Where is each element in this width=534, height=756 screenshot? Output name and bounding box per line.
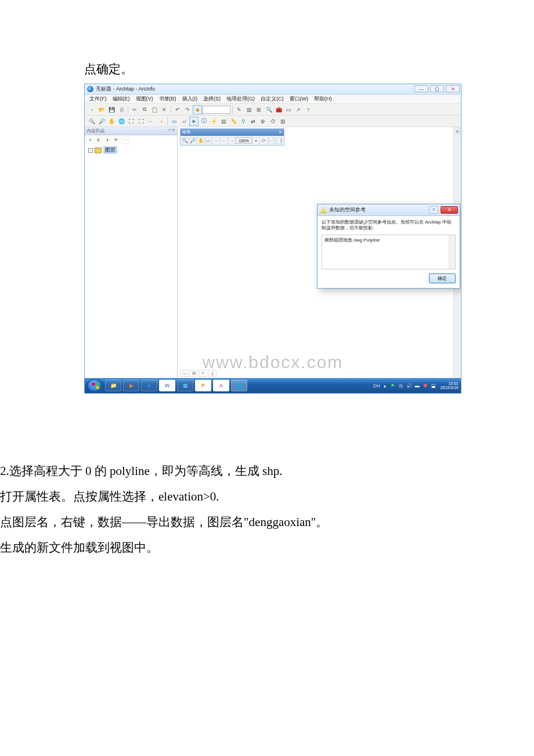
editor-toolbar-icon[interactable]: ✎ xyxy=(234,105,244,114)
fixed-zoom-out-icon[interactable]: ⛶ xyxy=(136,117,146,126)
cut-icon[interactable]: ✂ xyxy=(130,105,139,114)
ime-indicator[interactable]: CH xyxy=(374,383,380,388)
measure-icon[interactable]: 📏 xyxy=(229,117,238,126)
layout-dd-icon[interactable]: 📄 xyxy=(268,137,275,145)
fixed-zoom-in-icon[interactable]: ⛶ xyxy=(127,117,136,126)
redo-icon[interactable]: ↷ xyxy=(183,105,192,114)
layout-refresh-icon[interactable]: ⟳ xyxy=(260,137,267,145)
create-viewer-icon[interactable]: ▥ xyxy=(278,117,287,126)
taskbar-clock[interactable]: 15:01 2015/3/16 xyxy=(441,381,459,390)
layout-forward-icon[interactable]: → xyxy=(228,137,235,145)
list-by-selection-icon[interactable]: ◩ xyxy=(113,136,120,144)
pause-drawing-icon[interactable]: ‖ xyxy=(208,370,217,377)
dialog-help-button[interactable]: ? xyxy=(429,206,438,214)
list-scrollbar[interactable] xyxy=(449,235,455,269)
list-by-drawing-icon[interactable]: ⧉ xyxy=(86,136,94,144)
layout-zoom-field[interactable]: 100% xyxy=(236,137,252,144)
menu-customize[interactable]: 自定义(C) xyxy=(258,95,286,103)
table-icon[interactable]: ▤ xyxy=(244,105,254,114)
clear-selection-icon[interactable]: ▱ xyxy=(179,117,189,126)
python-icon[interactable]: ▭ xyxy=(284,105,293,114)
toc-pin-icon[interactable]: ⊣ ✕ xyxy=(167,128,175,134)
toolbox-icon[interactable]: 🧰 xyxy=(274,105,283,114)
tray-shield-icon[interactable]: ⛊ xyxy=(423,383,428,388)
back-icon[interactable]: ← xyxy=(146,117,156,126)
refresh-view-icon[interactable]: ⟳ xyxy=(199,370,207,377)
taskbar-app-icon[interactable]: ▦ xyxy=(177,380,193,391)
list-by-visibility-icon[interactable]: ◐ xyxy=(104,136,111,144)
layout-dd2-icon[interactable]: 📑 xyxy=(276,137,283,145)
paste-icon[interactable]: 📋 xyxy=(150,105,159,114)
taskbar-media-player-icon[interactable]: ▶ xyxy=(123,380,139,391)
select-features-icon[interactable]: ▭ xyxy=(169,117,179,126)
tray-chevron-icon[interactable]: ▴ xyxy=(382,383,388,388)
tray-flag-icon[interactable]: ⚑ xyxy=(390,383,396,388)
menu-bookmarks[interactable]: 书签(B) xyxy=(157,95,179,103)
menu-file[interactable]: 文件(F) xyxy=(87,95,109,103)
dialog-close-button[interactable]: ✕ xyxy=(441,206,458,214)
go-to-xy-icon[interactable]: ⊕ xyxy=(258,117,268,126)
options-icon[interactable]: ⋯ xyxy=(121,136,129,144)
layout-100-icon[interactable]: ▫ xyxy=(212,137,219,145)
zoom-in-icon[interactable]: 🔍 xyxy=(87,117,96,126)
full-extent-icon[interactable]: 🌐 xyxy=(117,117,126,126)
tray-network-icon[interactable]: ◷ xyxy=(398,383,404,388)
menu-geoprocessing[interactable]: 地理处理(G) xyxy=(224,95,257,103)
model-builder-icon[interactable]: ↗ xyxy=(294,105,303,114)
taskbar-ie-icon[interactable]: e xyxy=(141,380,157,391)
layout-zoom-in-icon[interactable]: 🔍 xyxy=(182,137,189,145)
find-icon[interactable]: ⚲ xyxy=(239,117,248,126)
html-popup-icon[interactable]: ▤ xyxy=(219,117,228,126)
taskbar-access-icon[interactable]: A xyxy=(213,380,229,391)
undo-icon[interactable]: ↶ xyxy=(173,105,182,114)
ok-button[interactable]: 确定 xyxy=(429,273,456,283)
menu-window[interactable]: 窗口(W) xyxy=(287,95,311,103)
minimize-button[interactable]: — xyxy=(414,85,428,92)
copy-icon[interactable]: ⧉ xyxy=(140,105,149,114)
data-view-tab[interactable]: ▭ xyxy=(181,370,189,377)
list-by-source-icon[interactable]: ◧ xyxy=(95,136,103,144)
scale-field[interactable] xyxy=(203,106,230,114)
help-icon[interactable]: ? xyxy=(304,105,313,114)
print-icon[interactable]: ⎙ xyxy=(117,105,126,114)
tray-battery-icon[interactable]: ▬ xyxy=(414,383,420,388)
forward-icon[interactable]: → xyxy=(156,117,165,126)
zoom-out-icon[interactable]: 🔎 xyxy=(97,117,106,126)
delete-icon[interactable]: ✕ xyxy=(160,105,169,114)
new-doc-icon[interactable]: ▫ xyxy=(87,105,96,114)
dialog-listbox[interactable]: 南部组团地形.dwg Polyline xyxy=(322,235,456,269)
add-data-icon[interactable]: ◆ xyxy=(193,105,202,114)
layout-toggle-icon[interactable]: ▾ xyxy=(252,137,259,145)
taskbar-word-icon[interactable]: W xyxy=(159,380,175,391)
save-icon[interactable]: 💾 xyxy=(107,105,116,114)
taskbar-powerpoint-icon[interactable]: P xyxy=(195,380,211,391)
taskbar-explorer-icon[interactable]: 📁 xyxy=(105,380,121,391)
tray-volume-icon[interactable]: 🔊 xyxy=(406,383,412,388)
open-icon[interactable]: 📂 xyxy=(97,105,106,114)
tray-misc-icon[interactable]: ⬓ xyxy=(431,383,436,388)
find-route-icon[interactable]: ⇄ xyxy=(248,117,258,126)
start-button[interactable] xyxy=(87,379,103,392)
scroll-up-icon[interactable]: ▲ xyxy=(454,127,461,134)
layout-toolbar-close-icon[interactable]: ✕ xyxy=(279,130,282,135)
taskbar-arcmap-icon[interactable]: 🌐 xyxy=(231,380,247,391)
layout-zoom-out-icon[interactable]: 🔎 xyxy=(189,137,196,145)
maximize-button[interactable]: ▢ xyxy=(430,85,444,92)
map-canvas[interactable]: 布局 ✕ 🔍 🔎 ✋ ▭ ▫ ← → 100% ▾ ⟳ 📄 xyxy=(178,127,461,378)
search-icon[interactable]: 🔍 xyxy=(264,105,273,114)
pan-icon[interactable]: ✋ xyxy=(107,117,116,126)
close-button[interactable]: ✕ xyxy=(446,85,460,92)
hyperlink-icon[interactable]: ⚡ xyxy=(209,117,218,126)
pointer-icon[interactable]: ➤ xyxy=(189,117,199,126)
menu-view[interactable]: 视图(V) xyxy=(134,95,156,103)
menu-help[interactable]: 帮助(H) xyxy=(312,95,334,103)
layout-view-tab[interactable]: ▤ xyxy=(190,370,198,377)
time-slider-icon[interactable]: ⏱ xyxy=(268,117,277,126)
layout-back-icon[interactable]: ← xyxy=(220,137,227,145)
catalog-icon[interactable]: ⊞ xyxy=(254,105,264,114)
toc-root-item[interactable]: - 图层 xyxy=(88,146,174,154)
menu-insert[interactable]: 插入(I) xyxy=(180,95,200,103)
menu-edit[interactable]: 编辑(E) xyxy=(110,95,132,103)
identify-icon[interactable]: ⓘ xyxy=(199,117,208,126)
layout-whole-page-icon[interactable]: ▭ xyxy=(205,137,212,145)
